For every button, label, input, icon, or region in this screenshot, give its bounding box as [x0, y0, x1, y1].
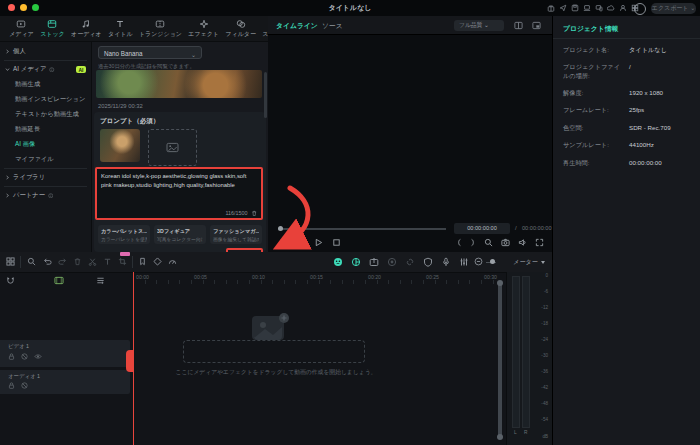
- fullscreen-icon[interactable]: [535, 238, 544, 247]
- chevron-down-icon: [541, 261, 545, 264]
- mic-icon[interactable]: [441, 257, 451, 267]
- mark-out-icon[interactable]: [469, 238, 477, 247]
- playhead[interactable]: [133, 272, 134, 445]
- preview-panel: タイムライン ソース フル品質 ⌄ 00:00:00:00 / 00:00:00…: [268, 16, 553, 252]
- timeline-zoom-handle[interactable]: [490, 259, 495, 264]
- redo-icon[interactable]: [58, 257, 67, 266]
- zoom-select-icon[interactable]: [27, 257, 36, 266]
- add-image-icon: [166, 142, 179, 153]
- avatar[interactable]: [634, 3, 646, 15]
- mixer-icon[interactable]: [459, 257, 469, 267]
- sidebar-item-ai-image[interactable]: AI 画像: [0, 137, 91, 152]
- speed-icon[interactable]: [168, 257, 177, 266]
- snap-icon[interactable]: [6, 276, 15, 285]
- track-name: オーディオ 1: [8, 373, 40, 380]
- generation-timestamp: 2025/11/29 00:32: [98, 103, 143, 109]
- account-icon[interactable]: [619, 4, 627, 12]
- seek-handle[interactable]: [278, 226, 283, 231]
- marker-icon[interactable]: [138, 257, 147, 266]
- zoom-icon[interactable]: [484, 238, 493, 247]
- gift-icon[interactable]: [547, 4, 555, 12]
- timeline-drop-zone[interactable]: [183, 340, 365, 363]
- meter-toggle[interactable]: メーター: [508, 255, 550, 269]
- tab-media[interactable]: メディア: [6, 19, 37, 39]
- tab-stock[interactable]: ストック: [37, 19, 68, 39]
- lock-icon[interactable]: [8, 353, 15, 360]
- media-icon: [16, 19, 26, 29]
- shield-icon[interactable]: [423, 257, 433, 267]
- split-scissors-icon[interactable]: [88, 257, 97, 266]
- sidebar-item-my-files[interactable]: マイファイル: [0, 152, 91, 167]
- delete-icon[interactable]: [73, 257, 82, 266]
- seek-bar[interactable]: [278, 228, 446, 230]
- tab-title[interactable]: タイトル: [105, 19, 136, 39]
- sidebar-item-video-generation[interactable]: 動画生成: [0, 77, 91, 92]
- snapshot-icon[interactable]: [501, 238, 510, 247]
- db-label: -54: [534, 417, 548, 422]
- export-clip-icon[interactable]: [369, 257, 379, 267]
- ruler-tick: 00:20: [368, 274, 381, 280]
- split-screen-icon[interactable]: [514, 21, 523, 30]
- model-select[interactable]: Nano Banana⌄: [98, 46, 202, 59]
- video-track-header[interactable]: ビデオ 1: [0, 340, 130, 367]
- suggestion-card-color-palette[interactable]: カラーパレットス... カラーパレットを使用...: [98, 225, 150, 244]
- mark-in-icon[interactable]: [455, 238, 463, 247]
- trash-icon[interactable]: [251, 210, 258, 217]
- devices-icon[interactable]: [595, 4, 603, 12]
- project-info-title: プロジェクト情報: [563, 24, 618, 34]
- playhead-grip[interactable]: [126, 350, 133, 372]
- placeholder-clip-icon[interactable]: [54, 276, 64, 285]
- tab-transition[interactable]: トランジション: [136, 19, 185, 39]
- suggestion-card-fashion-magazine[interactable]: ファッションマガ... 画像を編集して雑誌の...: [210, 225, 262, 244]
- add-reference-image-button[interactable]: [148, 129, 197, 166]
- sidebar-item-text-to-video[interactable]: テキストから動画生成: [0, 107, 91, 122]
- laptop-icon[interactable]: [583, 4, 591, 12]
- tab-filters[interactable]: フィルター: [222, 19, 259, 39]
- record-icon[interactable]: [387, 257, 397, 267]
- panel-scrollbar[interactable]: [264, 72, 267, 118]
- generation-history-thumbnail[interactable]: [96, 70, 262, 98]
- cloud-icon[interactable]: [607, 4, 615, 12]
- sidebar-item-partner[interactable]: パートナー: [0, 188, 91, 203]
- playback-quality-select[interactable]: フル品質 ⌄: [454, 20, 504, 31]
- sidebar-item-video-inspiration[interactable]: 動画インスピレーション: [0, 92, 91, 107]
- tab-source-preview[interactable]: ソース: [322, 21, 343, 31]
- tab-timeline-preview[interactable]: タイムライン: [276, 21, 318, 31]
- mini-player-icon[interactable]: [532, 21, 541, 30]
- suggestion-card-3d-figure[interactable]: 3Dフィギュア 写真をコレクター向け...: [154, 225, 206, 244]
- smart-cut-icon[interactable]: [333, 257, 343, 267]
- export-button[interactable]: エクスポート ⌄: [651, 3, 696, 14]
- keyframe-icon[interactable]: [153, 257, 162, 266]
- prev-frame-icon[interactable]: [278, 238, 287, 247]
- prompt-input[interactable]: Korean idol style,k-pop aesthetic,glowin…: [101, 172, 253, 190]
- timeline-scrollbar[interactable]: [498, 282, 502, 438]
- volume-icon[interactable]: [518, 238, 527, 247]
- marker-color-tag: [120, 252, 130, 256]
- eye-icon[interactable]: [34, 353, 42, 360]
- sidebar-item-video-extension[interactable]: 動画延長: [0, 122, 91, 137]
- mute-icon[interactable]: [21, 353, 28, 360]
- undo-icon[interactable]: [43, 257, 52, 266]
- lock-icon[interactable]: [8, 382, 15, 389]
- sidebar-item-library[interactable]: ライブラリ: [0, 170, 91, 185]
- sidebar-item-personal[interactable]: 個人: [0, 44, 91, 59]
- play-icon[interactable]: [314, 238, 323, 247]
- text-tool-icon[interactable]: [103, 257, 112, 266]
- mask-icon[interactable]: [351, 257, 361, 267]
- tab-audio[interactable]: オーディオ: [68, 19, 105, 39]
- stop-icon[interactable]: [332, 238, 341, 247]
- next-frame-icon[interactable]: [296, 238, 305, 247]
- track-manage-icon[interactable]: [96, 276, 105, 285]
- media-browser-icon[interactable]: [6, 257, 15, 266]
- sidebar-item-ai-media[interactable]: AI メディアAI: [0, 62, 91, 77]
- reference-image-thumbnail[interactable]: [100, 129, 140, 162]
- add-media-icon: [250, 312, 290, 342]
- link-icon[interactable]: [405, 257, 415, 267]
- zoom-out-icon[interactable]: [474, 257, 483, 266]
- crop-icon[interactable]: [118, 257, 127, 266]
- meter-bar-right: [522, 276, 530, 428]
- save-icon[interactable]: [571, 4, 579, 12]
- share-icon[interactable]: [559, 4, 567, 12]
- tab-effects[interactable]: エフェクト: [185, 19, 222, 39]
- mute-icon[interactable]: [21, 382, 28, 389]
